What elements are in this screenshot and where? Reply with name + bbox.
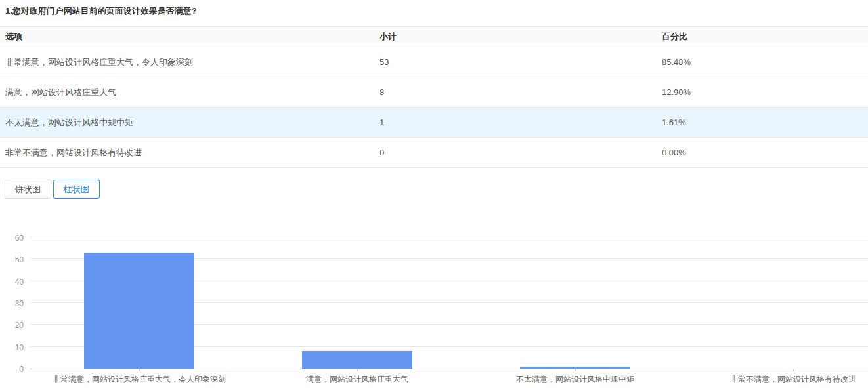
chart-type-toggle: 饼状图 柱状图 — [5, 180, 868, 199]
count-cell: 1 — [380, 117, 662, 127]
y-axis-tick-label: 20 — [0, 321, 24, 329]
table-row-highlighted: 不太满意，网站设计风格中规中矩 1 1.61% — [0, 108, 868, 138]
table-header-row: 选项 小计 百分比 — [0, 26, 868, 47]
x-axis-tick — [357, 369, 358, 371]
count-cell: 0 — [380, 148, 662, 157]
bar-chart: 0 10 20 30 40 50 60 — [0, 238, 868, 389]
bar-very-satisfied — [84, 253, 194, 369]
y-axis-tick-label: 10 — [0, 344, 24, 352]
y-axis-tick-label: 30 — [0, 300, 24, 308]
question-title: 1.您对政府门户网站目前的页面设计效果是否满意? — [0, 0, 868, 17]
y-axis-tick-label: 60 — [0, 234, 24, 242]
x-axis-tick — [575, 369, 576, 371]
header-option: 选项 — [0, 31, 380, 43]
option-cell: 非常满意，网站设计风格庄重大气，令人印象深刻 — [0, 56, 380, 68]
header-count: 小计 — [380, 31, 662, 43]
option-cell: 满意，网站设计风格庄重大气 — [0, 87, 380, 98]
survey-stats-page: 1.您对政府门户网站目前的页面设计效果是否满意? 选项 小计 百分比 非常满意，… — [0, 0, 868, 391]
count-cell: 8 — [380, 87, 662, 97]
gridline — [30, 237, 868, 237]
bar-slot — [30, 238, 248, 369]
percent-cell: 85.48% — [662, 57, 868, 67]
x-axis-tick — [139, 369, 140, 371]
count-cell: 53 — [380, 57, 662, 67]
x-axis-category-label: 非常满意，网站设计风格庄重大气，令人印象深刻 — [30, 374, 248, 385]
y-axis: 0 10 20 30 40 50 60 — [0, 238, 25, 369]
bar-slot — [466, 238, 684, 369]
percent-cell: 0.00% — [662, 148, 868, 157]
x-axis-category-label: 不太满意，网站设计风格中规中矩 — [466, 374, 684, 385]
y-axis-tick-label: 40 — [0, 278, 24, 286]
bar-satisfied — [302, 351, 412, 369]
x-axis-category-label: 非常不满意，网站设计风格有待改进 — [684, 374, 868, 385]
bar-slot — [248, 238, 466, 369]
table-row: 满意，网站设计风格庄重大气 8 12.90% — [0, 77, 868, 108]
y-axis-tick-label: 0 — [0, 365, 24, 373]
x-axis-category-label: 满意，网站设计风格庄重大气 — [248, 374, 466, 385]
table-row: 非常不满意，网站设计风格有待改进 0 0.00% — [0, 138, 868, 168]
x-axis-tick — [793, 369, 794, 371]
plot-area — [30, 238, 868, 369]
option-cell: 不太满意，网站设计风格中规中矩 — [0, 117, 380, 129]
bar-chart-tab[interactable]: 柱状图 — [53, 180, 100, 199]
percent-cell: 1.61% — [662, 117, 868, 127]
bar-slot — [684, 238, 868, 369]
pie-chart-tab[interactable]: 饼状图 — [5, 180, 51, 199]
stats-table: 选项 小计 百分比 非常满意，网站设计风格庄重大气，令人印象深刻 53 85.4… — [0, 26, 868, 168]
y-axis-tick-label: 50 — [0, 256, 24, 264]
percent-cell: 12.90% — [662, 87, 868, 97]
table-row: 非常满意，网站设计风格庄重大气，令人印象深刻 53 85.48% — [0, 47, 868, 77]
header-percent: 百分比 — [662, 31, 868, 43]
option-cell: 非常不满意，网站设计风格有待改进 — [0, 147, 380, 159]
